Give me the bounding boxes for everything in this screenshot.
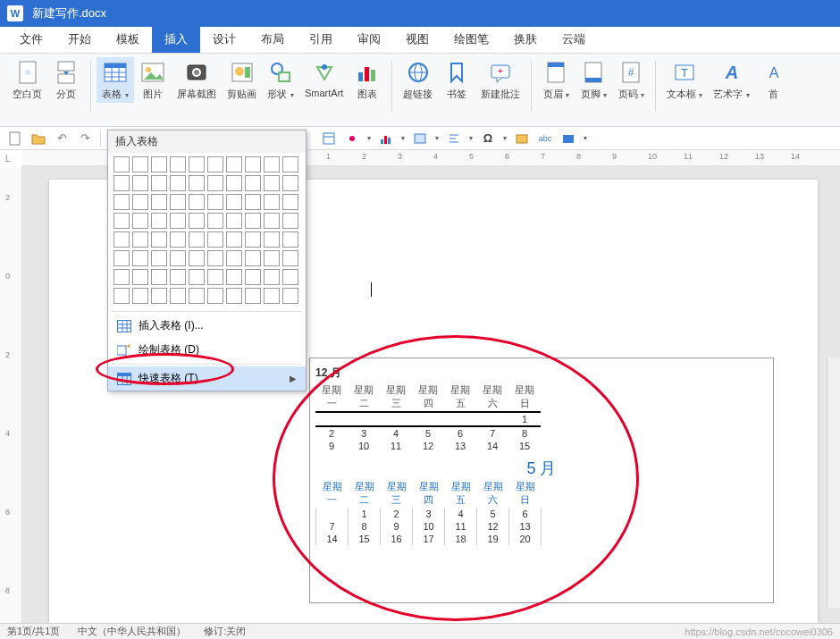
draw-table-item[interactable]: 绘制表格 (D) — [108, 338, 306, 362]
ribbon-comment[interactable]: +新建批注 — [475, 57, 525, 103]
grid-cell[interactable] — [132, 231, 148, 248]
tab-开始[interactable]: 开始 — [55, 26, 104, 53]
grid-cell[interactable] — [132, 156, 148, 172]
grid-cell[interactable] — [113, 213, 130, 229]
ribbon-textbox[interactable]: T文本框 ▾ — [661, 57, 708, 103]
grid-cell[interactable] — [189, 231, 205, 248]
toolbar-icon[interactable] — [321, 130, 337, 147]
grid-cell[interactable] — [170, 250, 186, 266]
toolbar-icon[interactable] — [344, 130, 360, 147]
grid-cell[interactable] — [189, 175, 205, 191]
tab-换肤[interactable]: 换肤 — [501, 26, 550, 53]
abc-icon[interactable]: abc — [537, 130, 553, 147]
grid-cell[interactable] — [151, 269, 167, 285]
grid-cell[interactable] — [226, 288, 242, 304]
grid-cell[interactable] — [170, 213, 186, 229]
open-icon[interactable] — [30, 130, 46, 147]
ribbon-dropcap[interactable]: A首 — [755, 57, 793, 103]
align-icon[interactable] — [446, 130, 462, 147]
grid-cell[interactable] — [113, 288, 130, 304]
quick-table-preview[interactable]: 12 月 星期一星期二星期三星期四星期五星期六星期日12345678910111… — [309, 357, 774, 603]
grid-cell[interactable] — [189, 194, 205, 210]
chart-mini-icon[interactable] — [378, 130, 394, 147]
grid-cell[interactable] — [282, 269, 298, 285]
tab-绘图笔[interactable]: 绘图笔 — [441, 26, 501, 53]
grid-cell[interactable] — [207, 288, 223, 304]
undo-icon[interactable]: ↶ — [54, 130, 70, 147]
tab-布局[interactable]: 布局 — [248, 26, 297, 53]
grid-cell[interactable] — [282, 250, 298, 266]
ribbon-table[interactable]: 表格 ▾ — [97, 57, 134, 103]
tab-模板[interactable]: 模板 — [104, 26, 152, 53]
folder-icon[interactable] — [514, 130, 530, 147]
grid-cell[interactable] — [282, 175, 298, 191]
grid-cell[interactable] — [170, 194, 186, 210]
grid-cell[interactable] — [189, 250, 205, 266]
grid-cell[interactable] — [282, 156, 298, 172]
ribbon-page-number[interactable]: #页码 ▾ — [612, 57, 650, 103]
scrollbar-vertical[interactable] — [827, 357, 840, 608]
grid-cell[interactable] — [151, 288, 167, 304]
grid-cell[interactable] — [264, 156, 280, 172]
new-doc-icon[interactable] — [7, 130, 23, 147]
ribbon-screenshot[interactable]: 屏幕截图 — [172, 57, 222, 103]
grid-cell[interactable] — [189, 269, 205, 285]
grid-cell[interactable] — [151, 231, 167, 248]
grid-cell[interactable] — [226, 175, 242, 191]
grid-cell[interactable] — [207, 194, 223, 210]
ribbon-blank-page[interactable]: 空白页 — [7, 57, 47, 103]
grid-cell[interactable] — [226, 231, 242, 248]
grid-cell[interactable] — [264, 175, 280, 191]
grid-cell[interactable] — [264, 231, 280, 248]
insert-table-item[interactable]: 插入表格 (I)... — [108, 314, 306, 338]
grid-cell[interactable] — [151, 194, 167, 210]
grid-cell[interactable] — [282, 288, 298, 304]
grid-cell[interactable] — [245, 175, 261, 191]
ribbon-smartart[interactable]: SmartArt — [299, 57, 349, 100]
ribbon-page-break[interactable]: 分页 — [47, 57, 85, 103]
grid-cell[interactable] — [245, 213, 261, 229]
ribbon-bookmark[interactable]: 书签 — [438, 57, 475, 103]
grid-cell[interactable] — [245, 269, 261, 285]
grid-cell[interactable] — [245, 156, 261, 172]
grid-cell[interactable] — [151, 213, 167, 229]
grid-cell[interactable] — [226, 250, 242, 266]
grid-cell[interactable] — [282, 231, 298, 248]
quick-table-item[interactable]: 快速表格 (T) ▶ — [108, 366, 306, 391]
grid-cell[interactable] — [170, 269, 186, 285]
grid-cell[interactable] — [132, 250, 148, 266]
grid-cell[interactable] — [132, 288, 148, 304]
ribbon-wordart[interactable]: A艺术字 ▾ — [708, 57, 754, 103]
grid-cell[interactable] — [189, 156, 205, 172]
grid-cell[interactable] — [245, 194, 261, 210]
grid-cell[interactable] — [151, 156, 167, 172]
grid-cell[interactable] — [189, 213, 205, 229]
tab-视图[interactable]: 视图 — [393, 26, 441, 53]
grid-cell[interactable] — [189, 288, 205, 304]
grid-cell[interactable] — [226, 194, 242, 210]
ribbon-footer[interactable]: 页脚 ▾ — [575, 57, 612, 103]
grid-cell[interactable] — [170, 231, 186, 248]
tab-引用[interactable]: 引用 — [297, 26, 345, 53]
grid-cell[interactable] — [207, 269, 223, 285]
grid-cell[interactable] — [264, 269, 280, 285]
grid-cell[interactable] — [264, 288, 280, 304]
screenshot-mini-icon[interactable] — [560, 130, 576, 147]
grid-cell[interactable] — [113, 156, 130, 172]
redo-icon[interactable]: ↷ — [77, 130, 93, 147]
grid-cell[interactable] — [132, 175, 148, 191]
grid-cell[interactable] — [151, 250, 167, 266]
grid-cell[interactable] — [113, 231, 130, 248]
grid-cell[interactable] — [245, 288, 261, 304]
grid-cell[interactable] — [245, 231, 261, 248]
tab-设计[interactable]: 设计 — [200, 26, 248, 53]
grid-cell[interactable] — [151, 175, 167, 191]
grid-cell[interactable] — [113, 269, 130, 285]
grid-cell[interactable] — [207, 156, 223, 172]
grid-cell[interactable] — [132, 194, 148, 210]
grid-cell[interactable] — [170, 288, 186, 304]
grid-cell[interactable] — [264, 250, 280, 266]
grid-cell[interactable] — [113, 250, 130, 266]
tab-文件[interactable]: 文件 — [7, 26, 55, 53]
ribbon-clipart[interactable]: 剪贴画 — [222, 57, 262, 103]
